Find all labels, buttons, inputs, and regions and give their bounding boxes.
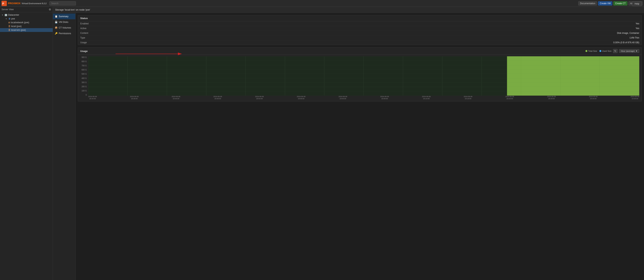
x-label: 2024-06-0619:24:00 <box>506 96 514 100</box>
x-label: 2024-06-0619:04:00 <box>338 96 347 100</box>
chart-legend: Total Size Used Size <box>586 50 612 52</box>
y-label-0: 0 <box>80 94 88 96</box>
x-label: 2024-06-0619:19:00 <box>464 96 472 100</box>
x-label: 2024-06-0619:39:00 <box>630 96 639 100</box>
nav-item-permissions[interactable]: 🔑 Permissions <box>53 30 75 36</box>
proxmox-logo-icon: P <box>2 1 7 6</box>
datacenter-icon: 🏢 <box>4 14 7 16</box>
x-label: 2024-06-0619:14:00 <box>422 96 430 100</box>
y-label-600: 600 G <box>80 69 88 71</box>
localnetwork-label: localnetwork (pve) <box>11 21 29 24</box>
x-label: 2024-06-0618:44:00 <box>172 96 180 100</box>
y-label-100: 100 G <box>80 90 88 92</box>
logo: P PROXMOX Virtual Environment 8.2.2 <box>2 1 46 6</box>
chevron-down-icon: ▼ <box>5 18 7 20</box>
search-input[interactable] <box>50 1 76 6</box>
y-label-900: 900 G <box>80 56 88 58</box>
total-size-label: Total Size <box>588 50 597 52</box>
total-size-dot <box>586 50 587 52</box>
ctvolumes-icon: 📦 <box>55 26 58 29</box>
vmdisks-label: VM Disks <box>59 21 68 24</box>
table-row: Type LVM-Thin <box>78 36 642 40</box>
page-title: Storage 'local-lvm' on node 'pve' <box>55 8 90 11</box>
table-row: Enabled Yes <box>78 21 642 26</box>
sidebar-item-local[interactable]: 🗄 local (pve) <box>0 24 53 28</box>
sidebar-item-local-lvm[interactable]: 🗄 local-lvm (pve) <box>0 28 53 32</box>
y-axis-labels: 900 G 800 G 700 G 600 G 500 G 400 G 300 … <box>80 56 88 96</box>
x-label: 2024-06-0618:54:00 <box>255 96 264 100</box>
y-label-500: 500 G <box>80 73 88 75</box>
permissions-label: Permissions <box>59 32 71 35</box>
main-layout: Server View ⚙ ▼ 🏢 Datacenter ▼ 🖥 pve ⊞ l… <box>0 7 644 280</box>
local-label: local (pve) <box>11 25 22 28</box>
create-ct-button[interactable]: Create CT <box>614 1 627 6</box>
content-label: Content <box>78 31 101 36</box>
active-value: Yes <box>101 26 642 31</box>
nav-item-vmdisks[interactable]: 💾 VM Disks <box>53 19 75 25</box>
x-axis-labels: 2024-06-0618:34:00 2024-06-0618:39:00 20… <box>88 96 639 100</box>
x-label: 2024-06-0619:29:00 <box>547 96 556 100</box>
permissions-icon: 🔑 <box>55 32 58 35</box>
refresh-button[interactable]: ↻ <box>613 49 618 53</box>
main-panel: Status Enabled Yes Active Yes Content Di <box>76 13 644 280</box>
gear-icon[interactable]: ⚙ <box>49 8 51 11</box>
chart-svg <box>88 56 639 96</box>
x-label: 2024-06-0618:49:00 <box>214 96 222 100</box>
svg-rect-28 <box>507 56 639 96</box>
product-name: PROXMOX <box>8 2 20 5</box>
x-label: 2024-06-0618:59:00 <box>297 96 306 100</box>
version-text: Virtual Environment 8.2.2 <box>22 2 46 4</box>
chevron-down-icon: ▼ <box>636 50 638 52</box>
legend-total-size: Total Size <box>586 50 597 52</box>
sidebar-item-datacenter[interactable]: ▼ 🏢 Datacenter <box>0 13 53 17</box>
x-label: 2024-06-0619:09:00 <box>380 96 389 100</box>
create-vm-button[interactable]: Create VM <box>598 1 612 6</box>
nav-item-summary[interactable]: 📋 Summary <box>53 14 75 19</box>
table-row: Usage 0.00% (0 B of 876.40 GB) <box>78 40 642 45</box>
pve-icon: 🖥 <box>8 18 10 20</box>
type-label: Type <box>78 36 101 40</box>
x-label: 2024-06-0618:39:00 <box>130 96 138 100</box>
lvm-storage-icon: 🗄 <box>8 29 10 31</box>
svg-text:P: P <box>2 2 4 5</box>
y-label-200: 200 G <box>80 86 88 88</box>
table-row: Content Disk image, Container <box>78 31 642 36</box>
used-size-dot <box>600 50 601 52</box>
time-selector-label: Hour (average) <box>621 50 635 52</box>
nav-item-ctvolumes[interactable]: 📦 CT Volumes <box>53 25 75 30</box>
sidebar-item-pve[interactable]: ▼ 🖥 pve <box>0 17 53 20</box>
legend-used-size: Used Size <box>600 50 612 52</box>
status-title: Status <box>78 15 642 21</box>
y-label-800: 800 G <box>80 60 88 62</box>
documentation-button[interactable]: Documentation <box>578 1 597 6</box>
y-label-400: 400 G <box>80 77 88 79</box>
local-lvm-label: local-lvm (pve) <box>11 29 26 31</box>
status-section: Status Enabled Yes Active Yes Content Di <box>78 15 642 45</box>
content-value: Disk image, Container <box>101 31 642 36</box>
chart-container: 900 G 800 G 700 G 600 G 500 G 400 G 300 … <box>78 55 642 101</box>
datacenter-label: Datacenter <box>8 14 19 16</box>
topbar: P PROXMOX Virtual Environment 8.2.2 Docu… <box>0 0 644 7</box>
x-label: 2024-06-0618:34:00 <box>88 96 97 100</box>
usage-label: Usage <box>78 40 101 45</box>
sidebar-title: Server View <box>2 8 14 11</box>
status-table: Enabled Yes Active Yes Content Disk imag… <box>78 21 642 45</box>
sidebar: Server View ⚙ ▼ 🏢 Datacenter ▼ 🖥 pve ⊞ l… <box>0 7 53 280</box>
y-label-300: 300 G <box>80 82 88 84</box>
pve-label: pve <box>11 18 15 20</box>
table-row: Active Yes <box>78 26 642 31</box>
usage-value: 0.00% (0 B of 876.40 GB) <box>101 40 642 45</box>
nav-panel: 📋 Summary 💾 VM Disks 📦 CT Volumes 🔑 Perm… <box>53 13 76 280</box>
network-icon: ⊞ <box>8 21 10 24</box>
ctvolumes-label: CT Volumes <box>59 26 71 29</box>
time-selector[interactable]: Hour (average) ▼ <box>619 49 639 53</box>
sidebar-item-localnetwork[interactable]: ⊞ localnetwork (pve) <box>0 20 53 24</box>
active-label: Active <box>78 26 101 31</box>
content-area: Storage 'local-lvm' on node 'pve' Help 📋… <box>53 7 644 280</box>
chevron-down-icon: ▼ <box>2 14 4 16</box>
vmdisks-icon: 💾 <box>55 21 58 24</box>
x-label: 2024-06-0619:34:00 <box>589 96 598 100</box>
y-label-700: 700 G <box>80 64 88 67</box>
sidebar-header: Server View ⚙ <box>0 7 53 12</box>
enabled-value: Yes <box>101 21 642 26</box>
